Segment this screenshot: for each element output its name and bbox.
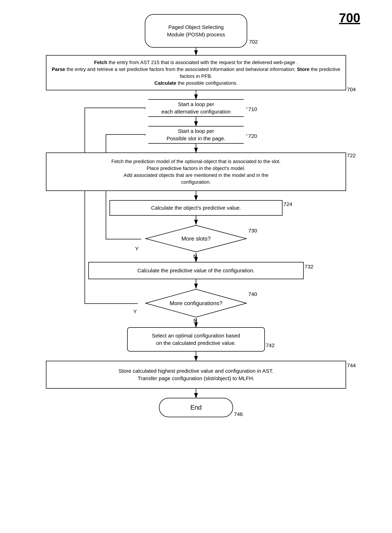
ref-730: 730 <box>248 228 257 234</box>
step-724-label: Calculate the object's predictive value. <box>151 204 241 212</box>
step-720-label: Start a loop per Possible slot in the pa… <box>167 127 225 142</box>
step-710: Start a loop per each alternative config… <box>145 99 247 117</box>
start-label: Paged Object Selecting Module (POSM) pro… <box>167 23 225 38</box>
ref-720: 720 <box>248 133 257 139</box>
ref-744: 744 <box>347 362 356 369</box>
end-node: End <box>159 398 233 417</box>
ref-704: 704 <box>347 87 356 93</box>
start-node: Paged Object Selecting Module (POSM) pro… <box>145 14 247 48</box>
step-722: Fetch the prediction model of the option… <box>46 153 346 191</box>
end-label: End <box>190 403 202 412</box>
step-722-label: Fetch the prediction model of the option… <box>112 158 281 186</box>
step-730-yes: Y <box>135 246 139 252</box>
ref-710: 710 <box>248 106 257 112</box>
ref-740: 740 <box>248 291 257 297</box>
step-730: More slots? <box>145 224 247 253</box>
step-730-label: More slots? <box>181 236 210 242</box>
step-744-label: Store calculated highest predictive valu… <box>118 367 273 382</box>
ref-746: 746 <box>234 411 243 417</box>
figure-number: 700 <box>339 11 360 25</box>
step-740-label: More configurations? <box>170 300 223 306</box>
step-740-yes: Y <box>133 309 137 315</box>
step-740-no: N <box>193 318 197 324</box>
step-742-label: Select an optimal configuration based on… <box>152 332 240 347</box>
ref-724: 724 <box>283 201 292 207</box>
step-732: Calculate the predictive value of the co… <box>88 262 304 279</box>
ref-702: 702 <box>249 39 258 45</box>
ref-732: 732 <box>305 264 313 270</box>
ref-722: 722 <box>347 153 356 158</box>
diagram-container: 700 <box>0 0 392 533</box>
step-710-label: Start a loop per each alternative config… <box>161 101 231 116</box>
step-742: Select an optimal configuration based on… <box>127 327 265 352</box>
step-740: More configurations? <box>145 288 247 318</box>
step-704-label: Fetch the entry from AST 215 that is ass… <box>49 59 343 87</box>
step-720: Start a loop per Possible slot in the pa… <box>145 126 247 144</box>
step-744: Store calculated highest predictive valu… <box>46 361 346 389</box>
step-730-no: N <box>193 253 197 259</box>
step-732-label: Calculate the predictive value of the co… <box>137 267 255 274</box>
step-724: Calculate the object's predictive value. <box>109 200 283 216</box>
ref-742: 742 <box>266 342 275 348</box>
step-704: Fetch the entry from AST 215 that is ass… <box>46 55 346 90</box>
